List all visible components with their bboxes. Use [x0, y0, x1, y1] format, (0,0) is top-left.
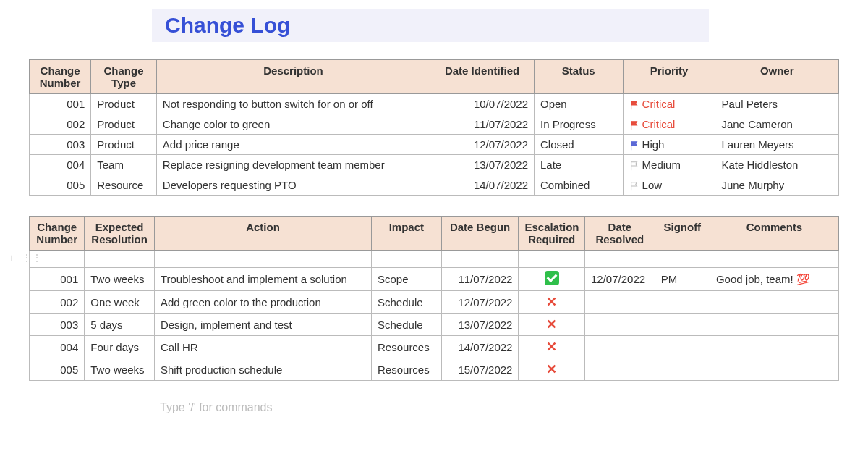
cell-impact[interactable]: Resources — [372, 358, 442, 381]
cell-change-number[interactable]: 002 — [30, 291, 85, 314]
cell-owner[interactable]: June Murphy — [715, 175, 839, 196]
table-row[interactable]: 005ResourceDevelopers requesting PTO14/0… — [30, 175, 839, 196]
cell-status[interactable]: Combined — [535, 175, 624, 196]
cell-date-resolved[interactable] — [585, 291, 655, 314]
cell-escalation[interactable] — [519, 268, 585, 291]
cell-status[interactable]: Open — [535, 94, 624, 114]
cell-signoff[interactable] — [655, 336, 710, 358]
table-row[interactable]: 005Two weeksShift production scheduleRes… — [30, 358, 839, 381]
cell-date-resolved[interactable] — [585, 314, 655, 336]
cell-action[interactable]: Call HR — [154, 336, 371, 358]
drag-handle-icon[interactable]: ⋮⋮ — [22, 252, 42, 264]
slash-command-hint[interactable]: Type '/' for commands — [158, 401, 839, 414]
cell-change-type[interactable]: Product — [91, 114, 157, 135]
cell-date-resolved[interactable] — [585, 358, 655, 381]
cell-description[interactable]: Developers requesting PTO — [156, 175, 430, 196]
cell-priority[interactable]: Medium — [623, 155, 715, 175]
table-row-empty[interactable] — [30, 251, 839, 268]
cell-change-number[interactable]: 003 — [30, 135, 91, 155]
cell-impact[interactable]: Scope — [372, 268, 442, 291]
cell-priority[interactable]: Critical — [623, 94, 715, 114]
cell-change-number[interactable]: 003 — [30, 314, 85, 336]
cell-comments[interactable]: Good job, team! 💯 — [710, 268, 838, 291]
cell-date-begun[interactable]: 15/07/2022 — [441, 358, 519, 381]
cell-change-type[interactable]: Resource — [91, 175, 157, 196]
table-row[interactable]: 002ProductChange color to green11/07/202… — [30, 114, 839, 135]
col-date-identified: Date Identified — [430, 60, 535, 94]
cell-owner[interactable]: Kate Hiddleston — [715, 155, 839, 175]
cell-action[interactable]: Add green color to the production — [154, 291, 371, 314]
cell-owner[interactable]: Lauren Meyers — [715, 135, 839, 155]
cell-signoff[interactable] — [655, 358, 710, 381]
cell-change-type[interactable]: Product — [91, 94, 157, 114]
cell-priority[interactable]: High — [623, 135, 715, 155]
cell-escalation[interactable]: ✕ — [519, 314, 585, 336]
cross-icon: ✕ — [546, 295, 557, 309]
cell-action[interactable]: Design, implement and test — [154, 314, 371, 336]
cell-signoff[interactable]: PM — [655, 268, 710, 291]
cell-comments[interactable] — [710, 358, 838, 381]
cell-description[interactable]: Add price range — [156, 135, 430, 155]
cell-escalation[interactable]: ✕ — [519, 336, 585, 358]
cell-date-resolved[interactable]: 12/07/2022 — [585, 268, 655, 291]
cell-date-begun[interactable]: 13/07/2022 — [441, 314, 519, 336]
cell-description[interactable]: Change color to green — [156, 114, 430, 135]
cell-date-identified[interactable]: 14/07/2022 — [430, 175, 535, 196]
cell-change-number[interactable]: 005 — [30, 175, 91, 196]
cell-date-begun[interactable]: 12/07/2022 — [441, 291, 519, 314]
cross-icon: ✕ — [546, 317, 557, 332]
cell-impact[interactable]: Resources — [372, 336, 442, 358]
cell-change-number[interactable]: 001 — [30, 268, 85, 291]
cell-expected-resolution[interactable]: 5 days — [85, 314, 155, 336]
cell-expected-resolution[interactable]: One week — [85, 291, 155, 314]
cell-comments[interactable] — [710, 291, 838, 314]
cell-signoff[interactable] — [655, 314, 710, 336]
cell-comments[interactable] — [710, 336, 838, 358]
cell-status[interactable]: Late — [535, 155, 624, 175]
cell-action[interactable]: Shift production schedule — [154, 358, 371, 381]
block-handles[interactable]: + ⋮⋮ — [9, 252, 46, 264]
cell-priority[interactable]: Low — [623, 175, 715, 196]
cell-date-begun[interactable]: 11/07/2022 — [441, 268, 519, 291]
table-row[interactable]: 001ProductNot responding to button switc… — [30, 94, 839, 114]
cell-date-identified[interactable]: 12/07/2022 — [430, 135, 535, 155]
table-row[interactable]: 004TeamReplace resigning development tea… — [30, 155, 839, 175]
cell-date-identified[interactable]: 11/07/2022 — [430, 114, 535, 135]
table-row[interactable]: 003ProductAdd price range12/07/2022Close… — [30, 135, 839, 155]
cell-impact[interactable]: Schedule — [372, 291, 442, 314]
cell-owner[interactable]: Jane Cameron — [715, 114, 839, 135]
cell-signoff[interactable] — [655, 291, 710, 314]
cell-description[interactable]: Not responding to button switch for on o… — [156, 94, 430, 114]
cell-comments[interactable] — [710, 314, 838, 336]
add-block-icon[interactable]: + — [9, 252, 14, 264]
table-row[interactable]: 0035 daysDesign, implement and testSched… — [30, 314, 839, 336]
cell-change-number[interactable]: 002 — [30, 114, 91, 135]
col-status: Status — [535, 60, 624, 94]
cell-change-type[interactable]: Product — [91, 135, 157, 155]
cell-date-begun[interactable]: 14/07/2022 — [441, 336, 519, 358]
cell-change-number[interactable]: 004 — [30, 336, 85, 358]
cross-icon: ✕ — [546, 362, 557, 377]
cell-escalation[interactable]: ✕ — [519, 358, 585, 381]
cell-description[interactable]: Replace resigning development team membe… — [156, 155, 430, 175]
cell-date-resolved[interactable] — [585, 336, 655, 358]
cell-expected-resolution[interactable]: Two weeks — [85, 268, 155, 291]
table-row[interactable]: 001Two weeksTroubleshoot and implement a… — [30, 268, 839, 291]
cell-change-number[interactable]: 001 — [30, 94, 91, 114]
cell-date-identified[interactable]: 10/07/2022 — [430, 94, 535, 114]
table-row[interactable]: 002One weekAdd green color to the produc… — [30, 291, 839, 314]
cell-priority[interactable]: Critical — [623, 114, 715, 135]
cell-status[interactable]: In Progress — [535, 114, 624, 135]
cell-impact[interactable]: Schedule — [372, 314, 442, 336]
cell-expected-resolution[interactable]: Four days — [85, 336, 155, 358]
cell-escalation[interactable]: ✕ — [519, 291, 585, 314]
table-row[interactable]: 004Four daysCall HRResources14/07/2022✕ — [30, 336, 839, 358]
cell-expected-resolution[interactable]: Two weeks — [85, 358, 155, 381]
cell-change-type[interactable]: Team — [91, 155, 157, 175]
cell-change-number[interactable]: 004 — [30, 155, 91, 175]
cell-action[interactable]: Troubleshoot and implement a solution — [154, 268, 371, 291]
cell-date-identified[interactable]: 13/07/2022 — [430, 155, 535, 175]
cell-change-number[interactable]: 005 — [30, 358, 85, 381]
cell-status[interactable]: Closed — [535, 135, 624, 155]
cell-owner[interactable]: Paul Peters — [715, 94, 839, 114]
